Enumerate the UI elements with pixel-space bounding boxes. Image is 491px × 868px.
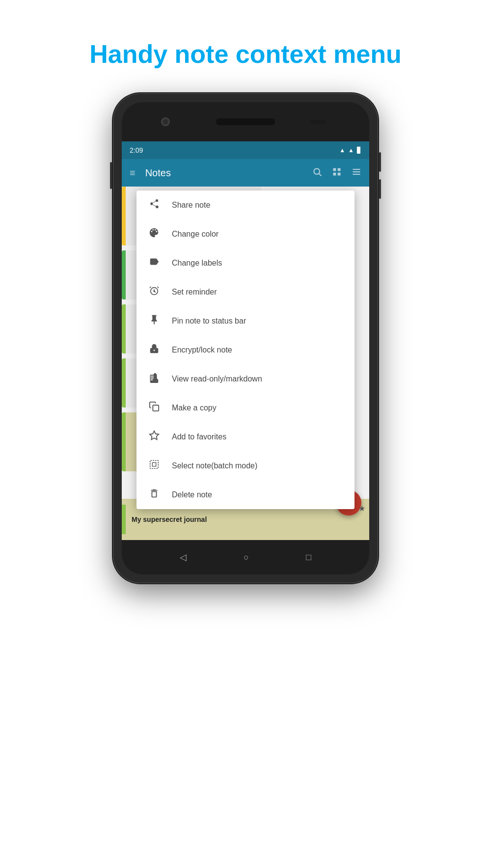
app-toolbar: ≡ Notes xyxy=(122,159,369,187)
toolbar-actions xyxy=(312,167,361,179)
svg-rect-17 xyxy=(153,405,159,411)
volume-down-button[interactable] xyxy=(379,179,381,199)
nav-back-button[interactable]: ◁ xyxy=(180,552,187,563)
svg-point-12 xyxy=(154,350,155,351)
menu-item-batch[interactable]: Select note(batch mode) xyxy=(136,451,355,480)
menu-item-copy-label: Make a copy xyxy=(172,404,217,412)
nav-recent-button[interactable]: □ xyxy=(306,552,311,563)
label-icon xyxy=(148,256,160,270)
batch-select-icon xyxy=(148,459,160,472)
svg-rect-20 xyxy=(152,462,156,466)
menu-item-labels-label: Change labels xyxy=(172,259,222,268)
star-icon xyxy=(148,430,160,443)
menu-item-reminder[interactable]: Set reminder xyxy=(136,277,355,306)
menu-item-batch-label: Select note(batch mode) xyxy=(172,461,257,470)
menu-item-copy[interactable]: Make a copy xyxy=(136,393,355,422)
menu-item-encrypt[interactable]: Encrypt/lock note xyxy=(136,335,355,364)
bottom-note-title: My supersecret journal xyxy=(132,515,207,523)
phone-bottom-bezel: ◁ ○ □ xyxy=(122,540,369,574)
context-menu: Share note Change color xyxy=(136,190,355,509)
menu-item-pin-label: Pin note to status bar xyxy=(172,317,246,326)
svg-point-0 xyxy=(314,168,320,174)
menu-item-pin[interactable]: Pin note to status bar xyxy=(136,306,355,335)
menu-item-reminder-label: Set reminder xyxy=(172,288,217,297)
svg-rect-14 xyxy=(151,376,154,377)
svg-line-1 xyxy=(319,173,322,176)
battery-icon: ▊ xyxy=(357,147,361,154)
lock-icon xyxy=(148,343,160,356)
svg-rect-2 xyxy=(333,168,336,171)
svg-rect-16 xyxy=(151,380,153,380)
delete-icon xyxy=(148,488,160,501)
menu-item-delete-label: Delete note xyxy=(172,490,212,499)
menu-item-labels[interactable]: Change labels xyxy=(136,248,355,277)
volume-up-button[interactable] xyxy=(379,152,381,172)
wifi-icon: ▲ xyxy=(339,147,345,154)
search-icon[interactable] xyxy=(312,167,322,179)
svg-marker-18 xyxy=(150,431,159,439)
phone-sensor xyxy=(310,120,325,124)
menu-item-favorites[interactable]: Add to favorites xyxy=(136,422,355,451)
notes-background: ★ Share note xyxy=(122,187,369,540)
menu-item-color-label: Change color xyxy=(172,230,218,239)
menu-item-favorites-label: Add to favorites xyxy=(172,433,226,441)
pin-icon xyxy=(148,314,160,327)
menu-item-readonly-label: View read-only/markdown xyxy=(172,375,262,383)
svg-point-10 xyxy=(154,291,155,292)
copy-icon xyxy=(148,401,160,414)
phone-top-bezel xyxy=(122,102,369,141)
alarm-icon xyxy=(148,285,160,298)
bottom-star-icon: ★ xyxy=(358,504,365,513)
svg-rect-5 xyxy=(338,172,341,175)
signal-icon: ▲ xyxy=(348,147,354,154)
svg-rect-4 xyxy=(333,172,336,175)
share-icon xyxy=(148,198,160,212)
nav-home-button[interactable]: ○ xyxy=(244,552,249,563)
menu-item-encrypt-label: Encrypt/lock note xyxy=(172,346,232,354)
svg-rect-15 xyxy=(151,378,154,379)
menu-item-delete[interactable]: Delete note xyxy=(136,480,355,509)
phone-speaker xyxy=(216,118,275,125)
status-bar: 2:09 ▲ ▲ ▊ xyxy=(122,141,369,159)
menu-icon[interactable]: ≡ xyxy=(130,167,136,179)
page-title: Handy note context menu xyxy=(70,39,421,69)
menu-item-share[interactable]: Share note xyxy=(136,190,355,219)
menu-item-readonly[interactable]: View read-only/markdown xyxy=(136,364,355,393)
toolbar-title: Notes xyxy=(145,167,306,179)
menu-item-share-label: Share note xyxy=(172,201,210,210)
list-view-icon[interactable] xyxy=(352,167,361,179)
phone-screen: 2:09 ▲ ▲ ▊ ≡ Notes xyxy=(122,141,369,540)
menu-item-color[interactable]: Change color xyxy=(136,219,355,248)
power-button[interactable] xyxy=(110,162,112,189)
svg-rect-3 xyxy=(338,168,341,171)
palette-icon xyxy=(148,227,160,241)
book-icon xyxy=(148,372,160,385)
status-icons: ▲ ▲ ▊ xyxy=(339,147,361,154)
grid-view-icon[interactable] xyxy=(332,167,342,179)
phone-device: 2:09 ▲ ▲ ▊ ≡ Notes xyxy=(113,93,378,583)
status-time: 2:09 xyxy=(130,146,143,154)
front-camera xyxy=(161,117,170,126)
svg-rect-19 xyxy=(150,461,159,469)
